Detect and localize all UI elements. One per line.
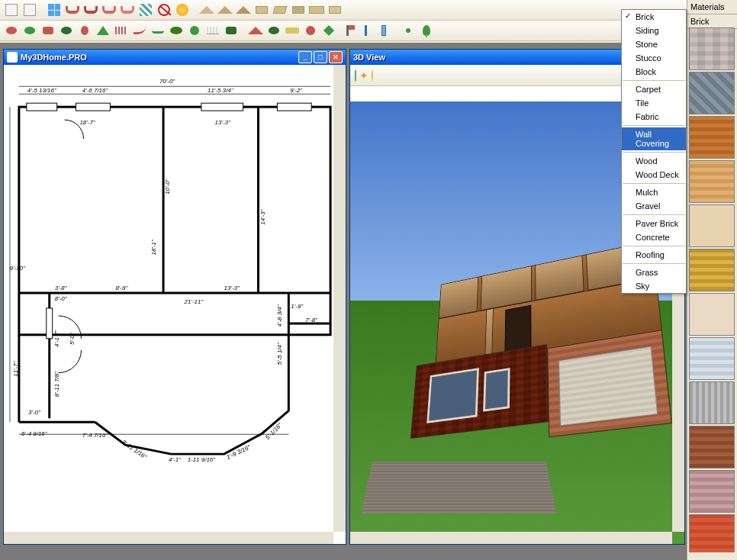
tool-board1-icon[interactable] [253,2,270,18]
svg-text:4'-8 3/4": 4'-8 3/4" [276,304,283,327]
materials-menu-item[interactable]: Paver Brick [622,217,686,230]
svg-rect-9 [76,103,111,111]
minimize-button[interactable]: _ [298,51,312,63]
materials-menu-item[interactable]: Block [622,65,686,79]
app-icon [7,52,18,63]
plan-canvas[interactable]: 70'-0" 4'-5 13/16" 4'-6 7/16" 11'-5 3/4"… [4,65,346,544]
tool-board5-icon[interactable] [327,2,343,18]
swatch-brick-2[interactable] [689,72,735,114]
obj-flag-icon[interactable] [339,22,356,39]
view3d-sun-icon[interactable] [372,71,373,80]
materials-swatch-list[interactable] [689,27,735,552]
materials-menu-item[interactable]: Wood Deck [622,168,686,182]
materials-menu-item[interactable]: Gravel [622,199,686,213]
materials-menu-item[interactable]: Brick [622,10,686,24]
tool-grid-icon[interactable] [46,2,63,18]
svg-text:3'-8": 3'-8" [55,285,68,291]
obj-fence-icon[interactable] [204,22,221,39]
materials-menu-item[interactable]: Carpet [622,82,686,96]
obj-redroof-icon[interactable] [247,22,264,39]
obj-red2-icon[interactable] [40,22,56,39]
swatch-brick-11[interactable] [689,470,735,513]
tool-bridge4-icon[interactable] [119,2,136,18]
obj-green4-icon[interactable] [223,22,240,39]
materials-menu-item[interactable]: Stucco [622,51,686,65]
materials-menu-item[interactable]: Tile [622,96,686,110]
obj-green2-icon[interactable] [58,22,75,39]
svg-rect-12 [47,308,53,339]
obj-stripe-icon[interactable] [113,22,130,39]
materials-menu-item[interactable]: Concrete [622,230,686,244]
obj-wave-icon[interactable] [150,22,166,39]
swatch-brick-12[interactable] [689,514,735,552]
obj-bar-icon[interactable] [357,22,374,39]
tool-doc1-icon[interactable] [3,2,20,18]
obj-dot-icon[interactable] [400,22,417,39]
materials-menu[interactable]: BrickSidingStoneStuccoBlockCarpetTileFab… [621,9,687,294]
swatch-brick-6[interactable] [689,249,735,291]
swatch-brick-5[interactable] [689,204,735,247]
tool-bridge2-icon[interactable] [82,2,99,18]
tool-roof1-icon[interactable] [198,2,215,18]
tool-pattern-icon[interactable] [137,2,154,18]
tool-board3-icon[interactable] [290,2,307,18]
tool-board4-icon[interactable] [308,2,325,18]
swatch-brick-9[interactable] [689,381,735,424]
svg-text:4'-1 7": 4'-1 7" [53,329,60,347]
svg-text:6'-4 9/16": 6'-4 9/16" [21,430,48,437]
plan-vscroll[interactable] [333,65,346,532]
maximize-button[interactable]: □ [314,51,327,63]
view3d-ground-icon[interactable] [355,71,356,80]
materials-menu-item[interactable]: Roofing [622,248,686,262]
svg-text:18'-1": 18'-1" [150,239,157,255]
obj-pond-icon[interactable] [168,22,185,39]
obj-ball-icon[interactable] [186,22,203,39]
obj-flower-icon[interactable] [302,22,319,39]
svg-text:9'-2": 9'-2" [290,87,303,94]
swatch-brick-7[interactable] [689,293,735,336]
obj-slider-icon[interactable] [375,22,392,39]
obj-tree-icon[interactable] [418,22,435,39]
swatch-brick-1[interactable] [689,27,735,70]
materials-menu-item[interactable]: Stone [622,37,686,51]
tool-board2-icon[interactable] [272,2,288,18]
svg-text:8'-0": 8'-0" [55,295,68,302]
view3d-walk-icon[interactable]: ✦ [359,69,368,82]
svg-text:5'-5 1/4": 5'-5 1/4" [276,342,283,365]
swatch-brick-10[interactable] [689,426,735,468]
tool-doc2-icon[interactable] [21,2,38,18]
swatch-brick-4[interactable] [689,160,735,203]
obj-bush-icon[interactable] [266,22,282,39]
obj-green1-icon[interactable] [21,22,38,39]
materials-menu-item[interactable]: Grass [622,266,686,279]
plan-titlebar[interactable]: My3DHome.PRO _ □ ✕ [4,50,346,65]
materials-menu-item[interactable]: Wood [622,154,686,168]
plan-hscroll[interactable] [4,532,333,544]
obj-car-icon[interactable] [284,22,301,39]
svg-text:4'-6 7/16": 4'-6 7/16" [82,87,109,94]
materials-menu-item[interactable]: Mulch [622,185,686,199]
svg-text:4'-1": 4'-1" [169,456,182,463]
svg-text:13'-3": 13'-3" [224,285,240,291]
view3d-hscroll[interactable] [350,532,672,544]
tool-noentry-icon[interactable] [156,2,172,18]
obj-red1-icon[interactable] [3,22,20,39]
obj-curve-icon[interactable] [131,22,148,39]
tool-bridge3-icon[interactable] [101,2,117,18]
swatch-brick-8[interactable] [689,337,735,380]
close-button[interactable]: ✕ [329,51,343,63]
materials-menu-item[interactable]: Siding [622,24,686,37]
tool-bridge1-icon[interactable] [64,2,81,18]
svg-text:8'-11 7/8": 8'-11 7/8" [53,371,60,397]
materials-menu-item[interactable]: Wall Covering [622,127,686,150]
swatch-brick-3[interactable] [689,116,735,159]
tool-roof2-icon[interactable] [217,2,233,18]
obj-green3-icon[interactable] [95,22,111,39]
tool-sun-icon[interactable] [174,2,191,18]
tool-roof3-icon[interactable] [235,2,252,18]
materials-panel: Materials Brick [687,0,737,560]
materials-menu-item[interactable]: Sky [622,279,686,293]
obj-red3-icon[interactable] [76,22,93,39]
materials-menu-item[interactable]: Fabric [622,110,686,124]
obj-diamond-icon[interactable] [320,22,337,39]
